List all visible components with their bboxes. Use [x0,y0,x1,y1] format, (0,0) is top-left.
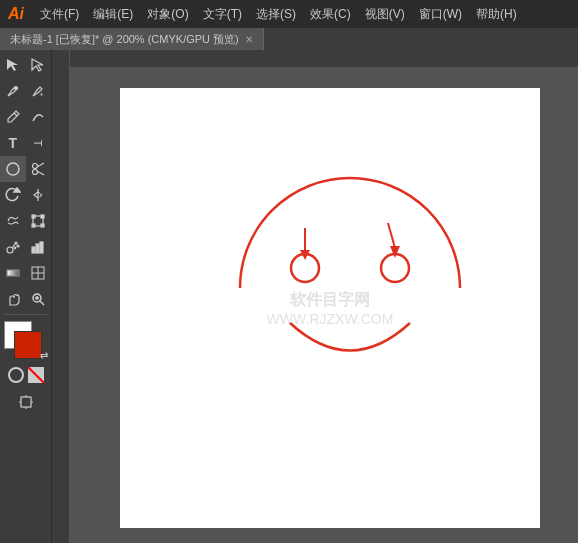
tool-row-1 [0,52,51,78]
menu-object[interactable]: 对象(O) [141,4,194,25]
svg-line-2 [14,113,17,116]
menu-file[interactable]: 文件(F) [34,4,85,25]
menu-edit[interactable]: 编辑(E) [87,4,139,25]
svg-point-0 [14,87,17,90]
tool-row-2: + [0,78,51,104]
free-transform-tool[interactable] [26,208,52,234]
svg-text:+: + [39,90,44,99]
tool-row-8 [0,234,51,260]
warp-tool[interactable] [0,208,26,234]
smiley-drawing [210,148,490,428]
column-graph-tool[interactable] [26,234,52,260]
svg-line-44 [388,223,395,248]
menu-help[interactable]: 帮助(H) [470,4,523,25]
artboard: 软件目字网 WWW.RJZXW.COM [120,88,540,528]
tab-label: 未标题-1 [已恢复]* @ 200% (CMYK/GPU 预览) [10,32,239,47]
vertical-ruler [52,50,70,543]
select-tool[interactable] [0,52,26,78]
horizontal-ruler [52,50,578,68]
direct-select-tool[interactable] [26,52,52,78]
type-tool[interactable]: T [0,130,26,156]
document-tab[interactable]: 未标题-1 [已恢复]* @ 200% (CMYK/GPU 预览) ✕ [0,28,264,50]
canvas-wrapper: 软件目字网 WWW.RJZXW.COM [70,68,578,543]
svg-line-30 [40,301,44,305]
zoom-view-tool[interactable] [26,286,52,312]
svg-point-3 [7,163,19,175]
artboard-tool[interactable] [13,389,39,415]
vertical-type-tool[interactable]: T [26,130,52,156]
svg-line-8 [37,163,44,167]
gradient-tool[interactable] [0,260,26,286]
color-swatch-area: ⇄ [0,317,51,365]
app-logo: Ai [8,5,24,23]
tool-row-6 [0,182,51,208]
svg-point-41 [381,254,409,282]
ellipse-tool[interactable] [0,156,26,182]
svg-point-7 [33,170,38,175]
svg-point-20 [14,247,16,249]
tab-close-button[interactable]: ✕ [245,34,253,45]
tool-row-3 [0,104,51,130]
svg-rect-24 [40,242,43,253]
swap-colors-icon[interactable]: ⇄ [40,350,48,361]
reflect-tool[interactable] [26,182,52,208]
tool-row-4: T T [0,130,51,156]
stroke-color-box[interactable] [14,331,42,359]
tool-row-7 [0,208,51,234]
symbol-sprayer-tool[interactable] [0,234,26,260]
main-area: + T T [0,50,578,543]
svg-rect-13 [32,215,35,218]
tool-row-9 [0,260,51,286]
type-icon: T [8,135,17,151]
mesh-tool[interactable] [26,260,52,286]
tool-row-none [0,365,51,385]
scissors-tool[interactable] [26,156,52,182]
title-bar: Ai 文件(F) 编辑(E) 对象(O) 文字(T) 选择(S) 效果(C) 视… [0,0,578,28]
color-boxes: ⇄ [4,321,48,361]
menu-select[interactable]: 选择(S) [250,4,302,25]
tab-bar: 未标题-1 [已恢复]* @ 200% (CMYK/GPU 预览) ✕ [0,28,578,50]
menu-window[interactable]: 窗口(W) [413,4,468,25]
svg-marker-45 [390,246,400,258]
toolbar: + T T [0,50,52,543]
menu-effect[interactable]: 效果(C) [304,4,357,25]
pen-tool[interactable] [0,78,26,104]
svg-rect-25 [7,270,19,276]
none-fill-icon[interactable] [8,367,24,383]
svg-rect-35 [21,397,31,407]
menu-type[interactable]: 文字(T) [197,4,248,25]
color-icon[interactable] [28,367,44,383]
svg-point-6 [33,164,38,169]
svg-line-9 [37,171,44,175]
tool-row-10 [0,286,51,312]
vertical-type-icon: T [32,140,44,147]
artboard-tool-row [0,389,51,415]
canvas-area: 软件目字网 WWW.RJZXW.COM [52,50,578,543]
add-anchor-tool[interactable]: + [26,78,52,104]
svg-rect-16 [41,224,44,227]
pencil-tool[interactable] [0,104,26,130]
hand-tool[interactable] [0,286,26,312]
svg-point-18 [15,242,17,244]
svg-rect-15 [32,224,35,227]
svg-point-19 [17,245,19,247]
rotate-tool[interactable] [0,182,26,208]
menu-view[interactable]: 视图(V) [359,4,411,25]
svg-rect-14 [41,215,44,218]
menu-bar: 文件(F) 编辑(E) 对象(O) 文字(T) 选择(S) 效果(C) 视图(V… [34,4,570,25]
svg-rect-22 [32,247,35,253]
svg-rect-23 [36,244,39,253]
smooth-tool[interactable] [26,104,52,130]
toolbar-separator [4,314,47,315]
tool-row-5 [0,156,51,182]
